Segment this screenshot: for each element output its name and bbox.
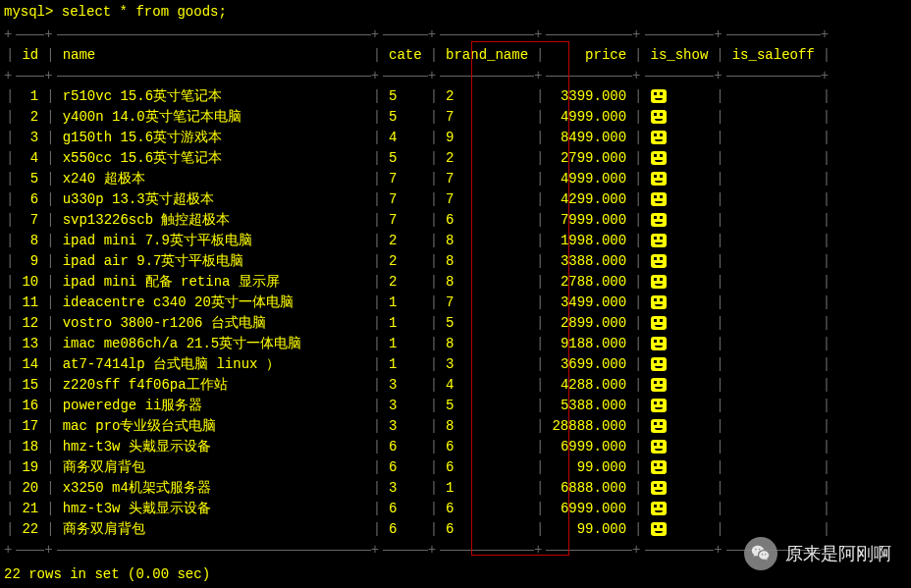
smiley-icon [651,337,667,350]
cell-id: 3 [16,128,44,148]
cell-is_show [645,210,715,231]
cell-id: 10 [16,272,44,293]
header-cate: cate [383,45,428,66]
cell-id: 4 [16,148,44,169]
cell-is_saleoff [726,499,821,519]
cell-is_saleoff [726,334,821,354]
cell-cate: 5 [383,86,428,107]
cell-brand_name: 8 [440,231,534,251]
cell-id: 1 [16,86,44,107]
cell-is_saleoff [726,107,821,128]
cell-price: 9188.000 [546,334,632,354]
cell-brand_name: 7 [440,189,534,210]
table-row: |7|svp13226scb 触控超极本|7|6|7999.000||| [4,210,832,231]
cell-cate: 1 [383,313,428,334]
separator-row: ++++++++ [4,540,832,561]
cell-price: 8499.000 [546,128,632,148]
table-row: |18|hmz-t3w 头戴显示设备|6|6|6999.000||| [4,437,832,457]
table-row: |9|ipad air 9.7英寸平板电脑|2|8|3388.000||| [4,251,832,272]
table-row: |20|x3250 m4机架式服务器|3|1|6888.000||| [4,478,832,499]
table-row: |14|at7-7414lp 台式电脑 linux ）|1|3|3699.000… [4,354,832,375]
cell-is_show [645,251,715,272]
cell-cate: 6 [383,457,428,478]
cell-brand_name: 5 [440,396,534,416]
cell-is_saleoff [726,293,821,313]
cell-is_saleoff [726,128,821,148]
cell-id: 16 [16,396,44,416]
cell-cate: 7 [383,169,428,189]
cell-name: z220sff f4f06pa工作站 [57,375,371,396]
cell-is_show [645,169,715,189]
cell-brand_name: 7 [440,169,534,189]
smiley-icon [651,275,667,289]
cell-is_show [645,107,715,128]
cell-brand_name: 7 [440,293,534,313]
smiley-icon [651,234,667,247]
cell-cate: 2 [383,251,428,272]
cell-is_show [645,313,715,334]
cell-is_saleoff [726,210,821,231]
wechat-icon [744,537,777,570]
smiley-icon [651,192,667,206]
cell-id: 6 [16,189,44,210]
smiley-icon [651,110,667,124]
cell-cate: 3 [383,416,428,437]
table-row: |21|hmz-t3w 头戴显示设备|6|6|6999.000||| [4,499,832,519]
table-row: |15|z220sff f4f06pa工作站|3|4|4288.000||| [4,375,832,396]
cell-name: 商务双肩背包 [57,519,371,540]
cell-is_show [645,354,715,375]
header-is_show: is_show [645,45,715,66]
smiley-icon [651,399,667,412]
cell-brand_name: 9 [440,128,534,148]
cell-name: vostro 3800-r1206 台式电脑 [57,313,371,334]
cell-brand_name: 2 [440,148,534,169]
smiley-icon [651,357,667,371]
cell-is_show [645,457,715,478]
smiley-icon [651,172,667,186]
cell-price: 6888.000 [546,478,632,499]
header-is_saleoff: is_saleoff [726,45,821,66]
cell-is_saleoff [726,354,821,375]
cell-is_show [645,189,715,210]
cell-cate: 3 [383,375,428,396]
cell-is_show [645,519,715,540]
cell-name: ipad mini 7.9英寸平板电脑 [57,231,371,251]
cell-brand_name: 6 [440,437,534,457]
cell-is_saleoff [726,272,821,293]
cell-is_saleoff [726,251,821,272]
cell-price: 3388.000 [546,251,632,272]
cell-cate: 7 [383,210,428,231]
cell-name: x3250 m4机架式服务器 [57,478,371,499]
cell-is_show [645,293,715,313]
cell-brand_name: 6 [440,519,534,540]
cell-is_show [645,437,715,457]
cell-is_show [645,499,715,519]
smiley-icon [651,419,667,433]
table-row: |1|r510vc 15.6英寸笔记本|5|2|3399.000||| [4,86,832,107]
cell-is_saleoff [726,86,821,107]
cell-name: x550cc 15.6英寸笔记本 [57,148,371,169]
cell-name: y400n 14.0英寸笔记本电脑 [57,107,371,128]
smiley-icon [651,213,667,227]
cell-cate: 3 [383,478,428,499]
cell-name: hmz-t3w 头戴显示设备 [57,437,371,457]
table-row: |11|ideacentre c340 20英寸一体电脑|1|7|3499.00… [4,293,832,313]
cell-is_saleoff [726,169,821,189]
cell-id: 20 [16,478,44,499]
cell-cate: 6 [383,437,428,457]
cell-price: 3699.000 [546,354,632,375]
smiley-icon [651,378,667,392]
cell-brand_name: 6 [440,210,534,231]
cell-is_show [645,86,715,107]
cell-name: poweredge ii服务器 [57,396,371,416]
smiley-icon [651,522,667,536]
cell-price: 4299.000 [546,189,632,210]
cell-name: ipad air 9.7英寸平板电脑 [57,251,371,272]
cell-price: 3499.000 [546,293,632,313]
cell-price: 99.000 [546,519,632,540]
cell-cate: 6 [383,499,428,519]
cell-brand_name: 8 [440,334,534,354]
cell-cate: 5 [383,148,428,169]
cell-name: r510vc 15.6英寸笔记本 [57,86,371,107]
header-price: price [546,45,632,66]
